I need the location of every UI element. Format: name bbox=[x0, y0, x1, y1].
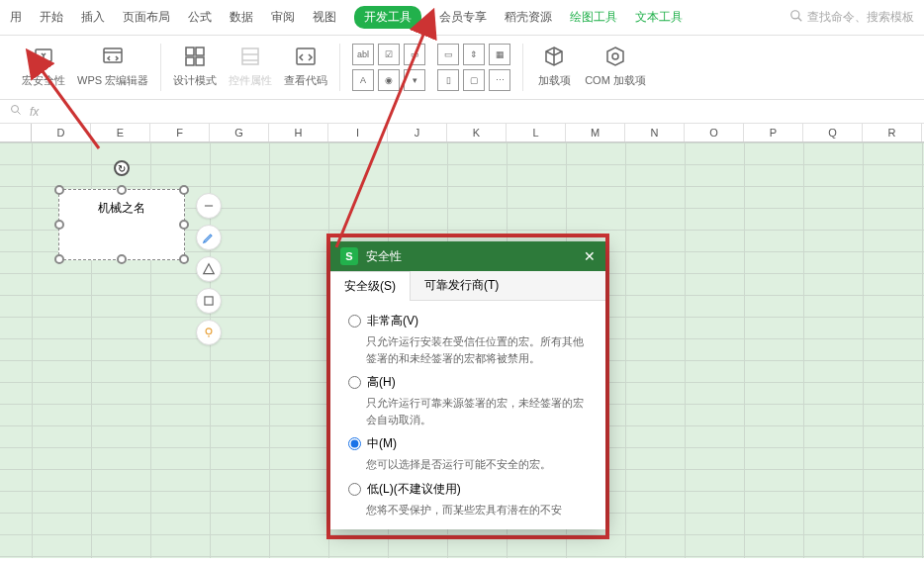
design-mode-button[interactable]: 设计模式 bbox=[173, 44, 217, 88]
resize-handle[interactable] bbox=[54, 254, 64, 264]
col-header[interactable]: N bbox=[625, 124, 685, 141]
radio-high[interactable]: 高(H) bbox=[348, 374, 588, 391]
macro-security-button[interactable]: 宏安全性 bbox=[22, 44, 65, 88]
formula-bar[interactable]: fx bbox=[0, 100, 924, 124]
gear-cube-icon bbox=[602, 44, 628, 69]
ctrl-scroll-icon[interactable]: ▯ bbox=[437, 69, 459, 91]
ctrl-combo-icon[interactable]: ▾ bbox=[404, 69, 425, 91]
code-icon bbox=[293, 44, 319, 69]
com-addin-button[interactable]: COM 加载项 bbox=[585, 44, 646, 88]
fx-label: fx bbox=[30, 105, 39, 119]
wps-macro-editor-button[interactable]: WPS 宏编辑器 bbox=[77, 44, 148, 88]
radio-medium[interactable]: 中(M) bbox=[348, 435, 588, 452]
dialog-titlebar[interactable]: S 安全性 ✕ bbox=[330, 241, 605, 271]
desc-high: 只允许运行可靠来源签署的宏，未经签署的宏会自动取消。 bbox=[366, 395, 588, 427]
menu-item-drawtool[interactable]: 绘图工具 bbox=[570, 9, 617, 26]
ctrl-button-icon[interactable]: ▭ bbox=[437, 44, 459, 65]
ctrl-label-icon[interactable]: abl bbox=[352, 44, 374, 65]
col-header[interactable]: O bbox=[685, 124, 744, 141]
ctrl-image-icon[interactable]: ▦ bbox=[489, 44, 510, 65]
control-palette[interactable]: abl ☑ ▭ A ◉ ▾ bbox=[352, 44, 425, 91]
shape-button[interactable] bbox=[196, 256, 222, 282]
ctrl-toggle-icon[interactable]: ▢ bbox=[463, 69, 485, 91]
svg-rect-7 bbox=[186, 57, 194, 65]
ctrl-more-icon[interactable]: ⋯ bbox=[489, 69, 510, 91]
dialog-body: 非常高(V) 只允许运行安装在受信任位置的宏。所有其他签署的和未经签署的宏都将被… bbox=[330, 301, 605, 529]
properties-icon bbox=[237, 44, 263, 69]
svg-rect-8 bbox=[196, 57, 204, 65]
search-icon bbox=[789, 9, 803, 26]
rotate-handle[interactable]: ↻ bbox=[114, 160, 130, 176]
svg-rect-12 bbox=[297, 48, 315, 64]
col-header[interactable]: G bbox=[210, 124, 269, 141]
control-palette-2[interactable]: ▭ ⇕ ▦ ▯ ▢ ⋯ bbox=[437, 44, 510, 91]
svg-rect-5 bbox=[186, 47, 194, 55]
search-box[interactable]: 查找命令、搜索模板 bbox=[789, 9, 914, 26]
format-button[interactable] bbox=[196, 288, 222, 314]
ctrl-checkbox-icon[interactable]: ☑ bbox=[378, 44, 400, 65]
resize-handle[interactable] bbox=[117, 185, 127, 195]
col-header[interactable]: P bbox=[744, 124, 803, 141]
menu-item-insert[interactable]: 插入 bbox=[81, 9, 105, 26]
dialog-tabs: 安全级(S) 可靠发行商(T) bbox=[330, 271, 605, 301]
col-header[interactable]: K bbox=[447, 124, 507, 141]
resize-handle[interactable] bbox=[117, 254, 127, 264]
menu-item-start[interactable]: 开始 bbox=[40, 9, 63, 26]
col-header[interactable]: E bbox=[91, 124, 150, 141]
col-header[interactable]: M bbox=[566, 124, 625, 141]
selected-textbox[interactable]: 机械之名 ↻ bbox=[58, 189, 185, 260]
select-all-corner[interactable] bbox=[0, 124, 32, 141]
dialog-title: 安全性 bbox=[366, 248, 402, 265]
ctrl-text-icon[interactable]: A bbox=[352, 69, 374, 91]
edit-button[interactable] bbox=[196, 225, 222, 250]
design-icon bbox=[182, 44, 208, 69]
tab-security-level[interactable]: 安全级(S) bbox=[330, 271, 411, 301]
menu-bar: 用 开始 插入 页面布局 公式 数据 审阅 视图 开发工具 会员专享 稻壳资源 … bbox=[0, 0, 924, 36]
svg-rect-6 bbox=[196, 47, 204, 55]
hint-button[interactable] bbox=[196, 320, 222, 345]
col-header[interactable]: L bbox=[507, 124, 566, 141]
menu-item-member[interactable]: 会员专享 bbox=[439, 9, 487, 26]
menu-item-docer[interactable]: 稻壳资源 bbox=[505, 9, 552, 26]
spreadsheet-grid[interactable]: 机械之名 ↻ S 安全性 ✕ 安全级(S) 可靠发行商(T) bbox=[0, 142, 924, 558]
menu-item-formula[interactable]: 公式 bbox=[188, 9, 212, 26]
addin-button[interactable]: 加载项 bbox=[535, 44, 573, 88]
desc-medium: 您可以选择是否运行可能不安全的宏。 bbox=[366, 456, 588, 473]
col-header[interactable]: I bbox=[328, 124, 388, 141]
ctrl-spin-icon[interactable]: ⇕ bbox=[463, 44, 485, 65]
ctrl-list-icon[interactable]: ▭ bbox=[404, 44, 425, 65]
ctrl-radio-icon[interactable]: ◉ bbox=[378, 69, 400, 91]
svg-rect-3 bbox=[104, 48, 122, 62]
radio-low[interactable]: 低(L)(不建议使用) bbox=[348, 481, 588, 498]
col-header[interactable]: R bbox=[863, 124, 922, 141]
col-header[interactable]: F bbox=[150, 124, 210, 141]
col-header[interactable]: H bbox=[269, 124, 328, 141]
svg-line-15 bbox=[18, 112, 21, 115]
resize-handle[interactable] bbox=[54, 220, 64, 230]
menu-item-devtools[interactable]: 开发工具 bbox=[354, 6, 421, 29]
svg-line-1 bbox=[798, 18, 802, 22]
menu-item-review[interactable]: 审阅 bbox=[271, 9, 295, 26]
resize-handle[interactable] bbox=[54, 185, 64, 195]
col-header[interactable]: Q bbox=[803, 124, 863, 141]
svg-point-13 bbox=[612, 53, 618, 59]
svg-point-0 bbox=[791, 11, 799, 19]
menu-item-data[interactable]: 数据 bbox=[230, 9, 253, 26]
resize-handle[interactable] bbox=[179, 220, 189, 230]
col-header[interactable]: J bbox=[388, 124, 447, 141]
view-code-button[interactable]: 查看代码 bbox=[284, 44, 327, 88]
resize-handle[interactable] bbox=[179, 254, 189, 264]
radio-very-high[interactable]: 非常高(V) bbox=[348, 313, 588, 329]
menu-item-texttool[interactable]: 文本工具 bbox=[635, 9, 683, 26]
minus-button[interactable] bbox=[196, 193, 222, 219]
svg-point-14 bbox=[12, 106, 19, 113]
shield-icon bbox=[31, 44, 56, 69]
menu-item-view[interactable]: 视图 bbox=[313, 9, 336, 26]
menu-item-file[interactable]: 用 bbox=[10, 9, 22, 26]
menu-item-pagelayout[interactable]: 页面布局 bbox=[123, 9, 170, 26]
tab-trusted-publisher[interactable]: 可靠发行商(T) bbox=[411, 271, 512, 300]
close-button[interactable]: ✕ bbox=[584, 248, 596, 264]
resize-handle[interactable] bbox=[179, 185, 189, 195]
col-header[interactable]: D bbox=[32, 124, 91, 141]
svg-marker-17 bbox=[204, 264, 215, 274]
